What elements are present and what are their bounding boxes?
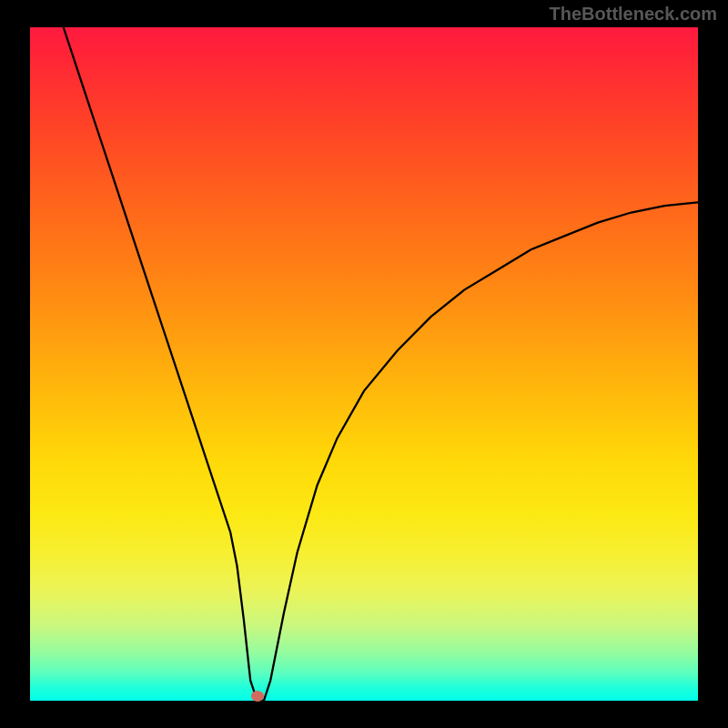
bottleneck-curve <box>30 27 698 701</box>
chart-container: TheBottleneck.com <box>0 0 728 728</box>
watermark-text: TheBottleneck.com <box>550 4 717 25</box>
bottleneck-marker <box>251 691 264 702</box>
